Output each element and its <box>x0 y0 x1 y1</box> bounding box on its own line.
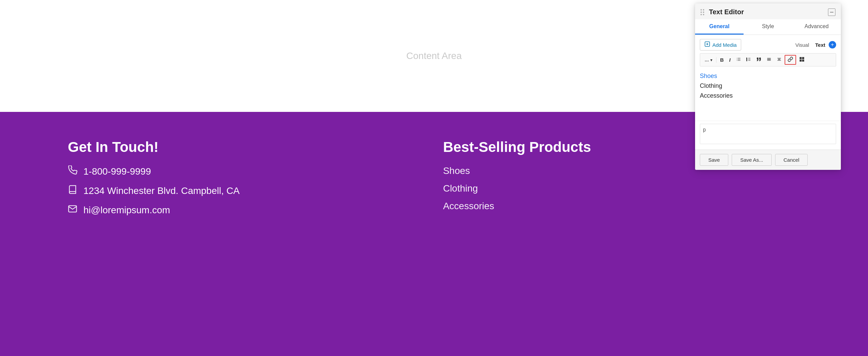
mail-icon <box>68 204 77 216</box>
footer-phone-item: 1-800-999-9999 <box>68 165 240 177</box>
bold-icon: B <box>720 57 724 63</box>
drag-dots <box>701 9 704 15</box>
add-media-icon <box>704 41 710 48</box>
footer-phone-text: 1-800-999-9999 <box>83 166 151 177</box>
svg-rect-6 <box>802 57 804 59</box>
svg-rect-5 <box>800 57 802 59</box>
svg-rect-8 <box>802 60 804 62</box>
panel-minimize-button[interactable] <box>828 8 835 16</box>
text-editor-panel: Text Editor General Style Advanced Add M… <box>695 3 841 170</box>
view-add-button[interactable]: + <box>829 41 836 48</box>
phone-icon <box>68 165 77 177</box>
cancel-button[interactable]: Cancel <box>775 154 808 166</box>
footer-address-text: 1234 Winchester Blvd. Campbell, CA <box>83 185 240 196</box>
svg-rect-7 <box>800 60 802 62</box>
editor-area: Add Media Visual Text + … ▾ B <box>695 35 841 66</box>
tab-general[interactable]: General <box>695 19 744 35</box>
format-separator-1 <box>716 57 716 63</box>
format-blockquote-button[interactable] <box>754 56 764 64</box>
save-button[interactable]: Save <box>700 154 728 166</box>
footer-products-column: Best-Selling Products Shoes Clothing Acc… <box>443 139 591 212</box>
format-align-center-button[interactable] <box>774 56 784 64</box>
tab-advanced[interactable]: Advanced <box>792 19 841 35</box>
format-more-label: … <box>705 57 709 62</box>
view-switcher: Visual Text + <box>793 41 836 49</box>
editor-source <box>695 121 841 150</box>
footer-products-list: Shoes Clothing Accessories <box>443 165 591 212</box>
panel-footer: Save Save As... Cancel <box>695 150 841 170</box>
contact-heading: Get In Touch! <box>68 139 240 155</box>
footer-email-text: hi@loremipsum.com <box>83 205 170 216</box>
format-align-left-button[interactable] <box>764 56 774 64</box>
kitchensink-icon <box>799 57 805 63</box>
text-view-button[interactable]: Text <box>812 41 828 49</box>
visual-view-button[interactable]: Visual <box>793 41 812 49</box>
italic-icon: I <box>729 57 730 63</box>
align-left-icon <box>767 57 771 63</box>
format-bold-button[interactable]: B <box>718 56 726 64</box>
format-kitchensink-button[interactable] <box>797 55 807 64</box>
map-icon <box>68 185 77 197</box>
editor-content: Shoes Clothing Accessories <box>695 66 841 121</box>
products-heading: Best-Selling Products <box>443 139 591 155</box>
panel-tabs: General Style Advanced <box>695 19 841 35</box>
editor-item-clothing[interactable]: Clothing <box>700 81 836 91</box>
editor-format-bar: … ▾ B I 123 <box>700 53 836 66</box>
link-icon <box>788 57 793 63</box>
ol-icon: 123 <box>746 57 751 63</box>
editor-toolbar-top: Add Media Visual Text + <box>700 39 836 51</box>
footer-product-clothing[interactable]: Clothing <box>443 183 591 194</box>
svg-text:3: 3 <box>746 60 747 61</box>
format-ul-button[interactable] <box>734 56 743 64</box>
ul-icon <box>736 57 741 63</box>
tab-style[interactable]: Style <box>744 19 792 35</box>
format-ol-button[interactable]: 123 <box>744 56 753 64</box>
footer-email-item: hi@loremipsum.com <box>68 204 240 216</box>
save-as-button[interactable]: Save As... <box>732 154 772 166</box>
format-more-chevron: ▾ <box>710 58 712 62</box>
footer-product-accessories[interactable]: Accessories <box>443 201 591 212</box>
format-more-button[interactable]: … ▾ <box>702 56 715 64</box>
align-center-icon <box>777 57 782 63</box>
editor-item-shoes[interactable]: Shoes <box>700 71 836 81</box>
blockquote-icon <box>756 57 761 63</box>
page-wrapper: Content Area Get In Touch! 1-800-999-999… <box>0 0 868 356</box>
editor-item-accessories[interactable]: Accessories <box>700 91 836 101</box>
add-media-button[interactable]: Add Media <box>700 39 741 51</box>
panel-drag-handle[interactable]: Text Editor <box>701 8 744 16</box>
footer-contact-column: Get In Touch! 1-800-999-9999 1234 Winche… <box>68 139 240 216</box>
footer-address-item: 1234 Winchester Blvd. Campbell, CA <box>68 185 240 197</box>
source-textarea[interactable] <box>700 124 836 144</box>
panel-header: Text Editor <box>695 3 841 19</box>
format-link-button[interactable] <box>785 55 796 65</box>
footer-contact-list: 1-800-999-9999 1234 Winchester Blvd. Cam… <box>68 165 240 216</box>
content-area-label: Content Area <box>406 51 461 61</box>
add-media-label: Add Media <box>712 42 737 48</box>
minimize-icon <box>830 12 833 13</box>
footer-product-shoes[interactable]: Shoes <box>443 165 591 176</box>
format-italic-button[interactable]: I <box>727 56 733 64</box>
panel-title: Text Editor <box>709 8 744 16</box>
